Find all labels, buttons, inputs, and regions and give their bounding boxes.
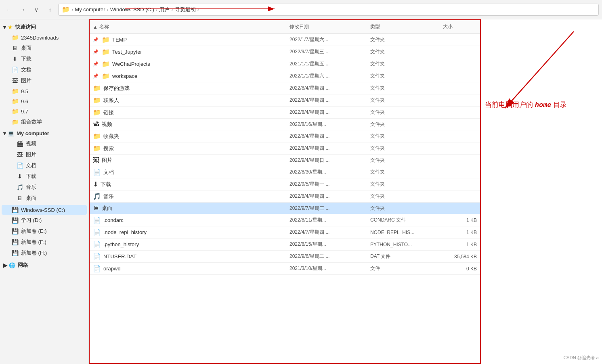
sidebar-item-docs[interactable]: 📄 文档 — [2, 65, 87, 75]
annotation-panel: 当前电脑用户的 home 目录 — [481, 19, 602, 364]
sidebar-item-desktop2[interactable]: 🖥 桌面 — [2, 193, 87, 203]
file-name-text: 链接 — [103, 109, 114, 116]
table-row[interactable]: 📌 📁 workspace 2022/1/1/星期六 ... 文件夹 — [90, 70, 480, 82]
sidebar-item-label: 桌面 — [26, 195, 36, 202]
sidebar-item-label: 9.6 — [21, 98, 28, 105]
table-row[interactable]: 📌 📁 TEMP 2022/1/7/星期六... 文件夹 — [90, 34, 480, 46]
sidebar-item-picture[interactable]: 🖼 图片 — [2, 149, 87, 160]
table-row[interactable]: 📽 视频 2022/8/16/星期... 文件夹 — [90, 119, 480, 130]
file-list: 📌 📁 TEMP 2022/1/7/星期六... 文件夹 📌 📁 Test_Ju… — [90, 34, 480, 363]
address-bar[interactable]: 📁 › My computer › Windows-SSD (C:) › 用户 … — [58, 4, 599, 16]
sidebar-item-2345downloads[interactable]: 📁 2345Downloads — [2, 33, 87, 42]
star-icon: ★ — [8, 24, 13, 30]
table-row[interactable]: 📁 联系人 2022/8/4/星期四 ... 文件夹 — [90, 94, 480, 107]
addr-sep: › — [71, 6, 73, 13]
picture-icon: 🖼 — [11, 77, 19, 84]
table-row[interactable]: 🖥 桌面 2022/9/7/星期三 ... 文件夹 — [90, 203, 480, 214]
sidebar-item-downloads[interactable]: ⬇ 下载 — [2, 171, 87, 182]
quick-access-label: 快速访问 — [15, 23, 36, 31]
sidebar-item-f-drive[interactable]: 💾 新加卷 (F:) — [2, 237, 87, 247]
file-name-text: NTUSER.DAT — [103, 253, 136, 259]
file-date-cell: 2022/8/30/星期... — [286, 167, 367, 178]
document-icon: 📄 — [16, 162, 23, 169]
sidebar-item-desktop[interactable]: 🖥 桌面 — [2, 43, 87, 53]
table-row[interactable]: 📄 文档 2022/8/30/星期... 文件夹 — [90, 166, 480, 178]
file-size-cell — [440, 62, 480, 66]
table-row[interactable]: 📌 📁 Test_Jupyter 2022/9/7/星期三 ... 文件夹 — [90, 46, 480, 58]
file-name-cell: 📁 联系人 — [90, 94, 286, 106]
file-date-cell: 2022/9/7/星期三 ... — [286, 46, 367, 57]
addr-sep4: › — [171, 6, 173, 13]
table-row[interactable]: 📄 .python_history 2022/8/15/星期... PYTHON… — [90, 238, 480, 251]
table-row[interactable]: 📄 orapwd 2021/3/10/星期... 文件 0 KB — [90, 263, 480, 275]
quick-access-section: ▾ ★ 快速访问 📁 2345Downloads 🖥 桌面 ⬇ 下载 — [0, 22, 88, 127]
file-type-cell: CONDARC 文件 — [367, 215, 440, 226]
drive-icon3: 💾 — [11, 228, 19, 234]
table-row[interactable]: 📁 收藏夹 2022/8/4/星期四 ... 文件夹 — [90, 130, 480, 142]
up-button[interactable]: ↑ — [44, 4, 56, 15]
table-row[interactable]: 🎵 音乐 2022/8/4/星期四 ... 文件夹 — [90, 190, 480, 203]
quick-access-header[interactable]: ▾ ★ 快速访问 — [0, 22, 88, 32]
sidebar-item-video[interactable]: 🎬 视频 — [2, 138, 87, 149]
sidebar-item-download[interactable]: ⬇ 下载 — [2, 54, 87, 64]
sidebar-item-95[interactable]: 📁 9.5 — [2, 86, 87, 96]
forward-button[interactable]: → — [17, 4, 28, 15]
sidebar-item-h-drive[interactable]: 💾 新加卷 (H:) — [2, 248, 87, 258]
annotation-suffix: 目录 — [552, 101, 567, 109]
table-row[interactable]: 📄 .condarc 2022/8/11/星期... CONDARC 文件 1 … — [90, 214, 480, 226]
file-name-cell: 📌 📁 Test_Jupyter — [90, 46, 286, 58]
sidebar-item-96[interactable]: 📁 9.6 — [2, 96, 87, 106]
table-row[interactable]: 📁 链接 2022/8/4/星期四 ... 文件夹 — [90, 107, 480, 119]
file-date-cell: 2022/8/4/星期四 ... — [286, 107, 367, 118]
table-row[interactable]: 📁 搜索 2022/8/4/星期四 ... 文件夹 — [90, 142, 480, 155]
network-header[interactable]: ▶ 🌐 网络 — [0, 260, 88, 270]
col-name-header[interactable]: ▲ 名称 — [90, 22, 286, 32]
caret-down-icon: ▾ — [3, 24, 6, 30]
doc-icon: 📄 — [11, 67, 19, 73]
file-type-cell: 文件夹 — [367, 46, 440, 57]
file-name-text: 收藏夹 — [103, 133, 119, 140]
sidebar-item-c-drive[interactable]: 💾 Windows-SSD (C:) — [2, 205, 87, 215]
download-icon: ⬇ — [11, 56, 19, 62]
file-name-cell: 📄 .python_history — [90, 238, 286, 250]
file-size-cell: 1 KB — [440, 215, 480, 225]
sidebar-item-label: 文档 — [21, 66, 31, 73]
file-type-cell: 文件 — [367, 263, 440, 274]
file-type-cell: 文件夹 — [367, 179, 440, 190]
sidebar-item-pictures[interactable]: 🖼 图片 — [2, 75, 87, 86]
col-type-header[interactable]: 类型 — [367, 22, 440, 32]
back-button[interactable]: ← — [3, 4, 15, 15]
table-row[interactable]: 📁 保存的游戏 2022/8/4/星期四 ... 文件夹 — [90, 82, 480, 94]
file-icon: 📄 — [93, 253, 101, 260]
my-computer-header[interactable]: ▾ 💻 My computer — [0, 129, 88, 138]
dropdown-button[interactable]: ∨ — [31, 4, 42, 15]
col-size-header[interactable]: 大小 — [440, 22, 480, 32]
file-name-cell: 📌 📁 WeChatProjects — [90, 58, 286, 70]
file-date-cell: 2022/9/7/星期三 ... — [286, 203, 367, 214]
file-size-cell — [440, 86, 480, 90]
sidebar-item-97[interactable]: 📁 9.7 — [2, 107, 87, 116]
sidebar-item-document[interactable]: 📄 文档 — [2, 160, 87, 171]
table-row[interactable]: 🖼 图片 2022/9/4/星期日 ... 文件夹 — [90, 155, 480, 166]
sidebar-item-label: 9.5 — [21, 88, 28, 94]
sidebar-item-label: 下载 — [26, 173, 36, 180]
file-date-cell: 2022/8/11/星期... — [286, 215, 367, 226]
sidebar-item-e-drive[interactable]: 💾 新加卷 (E:) — [2, 226, 87, 236]
table-row[interactable]: 📌 📁 WeChatProjects 2021/1/1/星期五 ... 文件夹 — [90, 58, 480, 70]
col-date-header[interactable]: 修改日期 — [286, 22, 367, 32]
sidebar-item-d-drive[interactable]: 💾 学习 (D:) — [2, 215, 87, 226]
table-row[interactable]: 📄 .node_repl_history 2022/4/7/星期四 ... NO… — [90, 226, 480, 238]
table-row[interactable]: 📄 NTUSER.DAT 2022/9/6/星期二 ... DAT 文件 35,… — [90, 251, 480, 263]
sidebar-item-music[interactable]: 🎵 音乐 — [2, 182, 87, 192]
file-type-cell: 文件夹 — [367, 34, 440, 45]
sidebar-item-combinatorics[interactable]: 📁 组合数学 — [2, 117, 87, 127]
addr-sep3: › — [156, 6, 157, 13]
computer-icon: 💻 — [8, 130, 14, 136]
addr-sep2: › — [107, 6, 108, 13]
file-type-cell: 文件夹 — [367, 83, 440, 94]
table-row[interactable]: ⬇ 下载 2022/9/5/星期一 ... 文件夹 — [90, 178, 480, 190]
network-icon: 🌐 — [9, 262, 15, 268]
my-computer-section: ▾ 💻 My computer 🎬 视频 🖼 图片 📄 文档 ⬇ — [0, 129, 88, 203]
file-date-cell: 2022/8/15/星期... — [286, 239, 367, 250]
addr-sep5: › — [197, 6, 199, 13]
